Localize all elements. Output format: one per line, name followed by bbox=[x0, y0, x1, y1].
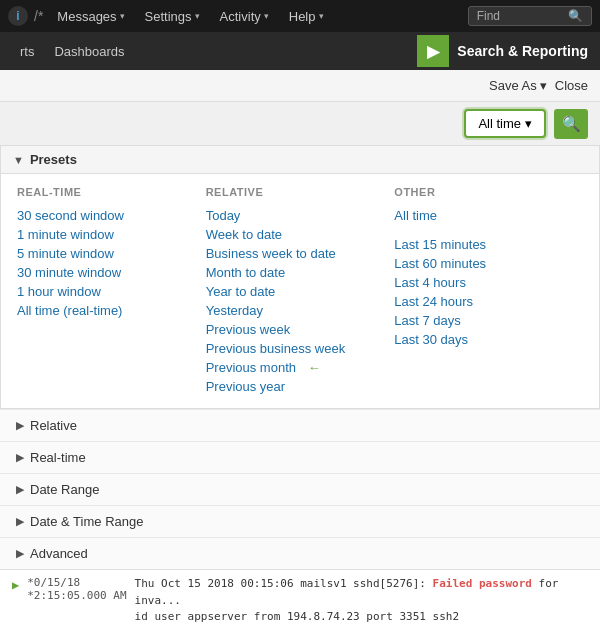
search-button[interactable]: 🔍 bbox=[554, 109, 588, 139]
preset-last-60[interactable]: Last 60 minutes bbox=[394, 254, 571, 273]
all-time-button[interactable]: All time ▾ bbox=[464, 109, 546, 138]
second-navbar: rts Dashboards ▶ Search & Reporting bbox=[0, 32, 600, 70]
presets-header[interactable]: ▼ Presets bbox=[1, 146, 599, 174]
find-box[interactable]: Find 🔍 bbox=[468, 6, 592, 26]
preset-last-15[interactable]: Last 15 minutes bbox=[394, 235, 571, 254]
help-arrow: ▾ bbox=[319, 11, 324, 21]
messages-arrow: ▾ bbox=[120, 11, 125, 21]
close-button[interactable]: Close bbox=[555, 78, 588, 93]
activity-menu[interactable]: Activity ▾ bbox=[212, 5, 277, 28]
find-label: Find bbox=[477, 9, 500, 23]
time-picker-bar: All time ▾ 🔍 bbox=[0, 102, 600, 146]
preset-1min[interactable]: 1 minute window bbox=[17, 225, 194, 244]
advanced-chevron-icon: ▶ bbox=[16, 547, 24, 560]
help-menu[interactable]: Help ▾ bbox=[281, 5, 332, 28]
other-header: OTHER bbox=[394, 186, 571, 198]
prev-month-arrow-icon: ← bbox=[308, 360, 321, 375]
preset-last-30d[interactable]: Last 30 days bbox=[394, 330, 571, 349]
relative-header: RELATIVE bbox=[206, 186, 383, 198]
settings-menu[interactable]: Settings ▾ bbox=[137, 5, 208, 28]
preset-5min[interactable]: 5 minute window bbox=[17, 244, 194, 263]
log-expand-icon[interactable]: ▶ bbox=[12, 578, 19, 592]
presets-content: REAL-TIME 30 second window 1 minute wind… bbox=[1, 174, 599, 408]
presets-chevron-icon: ▼ bbox=[13, 154, 24, 166]
section-relative[interactable]: ▶ Relative bbox=[0, 409, 600, 441]
preset-today[interactable]: Today bbox=[206, 206, 383, 225]
section-relative-label: Relative bbox=[30, 418, 77, 433]
messages-menu[interactable]: Messages ▾ bbox=[49, 5, 132, 28]
last-column: OTHER All time Last 15 minutes Last 60 m… bbox=[394, 186, 583, 396]
preset-prev-year[interactable]: Previous year bbox=[206, 377, 383, 396]
relative-column: RELATIVE Today Week to date Business wee… bbox=[206, 186, 395, 396]
daterange-chevron-icon: ▶ bbox=[16, 483, 24, 496]
slash-icon: /* bbox=[34, 8, 43, 24]
section-date-time-range[interactable]: ▶ Date & Time Range bbox=[0, 505, 600, 537]
preset-last-4h[interactable]: Last 4 hours bbox=[394, 273, 571, 292]
section-datetimerange-label: Date & Time Range bbox=[30, 514, 143, 529]
preset-year-to-date[interactable]: Year to date bbox=[206, 282, 383, 301]
log-message: Thu Oct 15 2018 00:15:06 mailsv1 sshd[52… bbox=[135, 576, 588, 626]
activity-arrow: ▾ bbox=[264, 11, 269, 21]
presets-panel: ▼ Presets REAL-TIME 30 second window 1 m… bbox=[0, 146, 600, 409]
preset-1hour[interactable]: 1 hour window bbox=[17, 282, 194, 301]
nav-link-rts[interactable]: rts bbox=[12, 40, 42, 63]
realtime-header: REAL-TIME bbox=[17, 186, 194, 198]
splunk-logo: ▶ bbox=[417, 35, 449, 67]
app-title: Search & Reporting bbox=[449, 43, 588, 59]
save-close-bar: Save As ▾ Close bbox=[0, 70, 600, 102]
preset-last-24h[interactable]: Last 24 hours bbox=[394, 292, 571, 311]
section-advanced[interactable]: ▶ Advanced bbox=[0, 537, 600, 569]
find-input[interactable] bbox=[504, 9, 564, 23]
realtime-column: REAL-TIME 30 second window 1 minute wind… bbox=[17, 186, 206, 396]
nav-link-dashboards[interactable]: Dashboards bbox=[46, 40, 132, 63]
section-realtime[interactable]: ▶ Real-time bbox=[0, 441, 600, 473]
preset-prev-week[interactable]: Previous week bbox=[206, 320, 383, 339]
datetimerange-chevron-icon: ▶ bbox=[16, 515, 24, 528]
log-failed-password: Failed password bbox=[433, 577, 532, 590]
save-as-arrow: ▾ bbox=[540, 78, 547, 93]
preset-alltime-rt[interactable]: All time (real-time) bbox=[17, 301, 194, 320]
log-entry-row: ▶ *0/15/18 *2:15:05.000 AM Thu Oct 15 20… bbox=[0, 569, 600, 632]
preset-30min[interactable]: 30 minute window bbox=[17, 263, 194, 282]
save-as-button[interactable]: Save As ▾ bbox=[489, 78, 547, 93]
preset-biz-week-to-date[interactable]: Business week to date bbox=[206, 244, 383, 263]
realtime-chevron-icon: ▶ bbox=[16, 451, 24, 464]
nav-links: rts Dashboards bbox=[12, 40, 133, 63]
presets-title: Presets bbox=[30, 152, 77, 167]
collapsible-sections: ▶ Relative ▶ Real-time ▶ Date Range ▶ Da… bbox=[0, 409, 600, 569]
section-daterange-label: Date Range bbox=[30, 482, 99, 497]
find-search-icon: 🔍 bbox=[568, 9, 583, 23]
preset-month-to-date[interactable]: Month to date bbox=[206, 263, 383, 282]
section-advanced-label: Advanced bbox=[30, 546, 88, 561]
preset-30sec[interactable]: 30 second window bbox=[17, 206, 194, 225]
all-time-arrow: ▾ bbox=[525, 116, 532, 131]
info-icon[interactable]: i bbox=[8, 6, 28, 26]
search-magnifier-icon: 🔍 bbox=[562, 115, 581, 133]
preset-week-to-date[interactable]: Week to date bbox=[206, 225, 383, 244]
section-realtime-label: Real-time bbox=[30, 450, 86, 465]
relative-chevron-icon: ▶ bbox=[16, 419, 24, 432]
section-date-range[interactable]: ▶ Date Range bbox=[0, 473, 600, 505]
preset-last-7d[interactable]: Last 7 days bbox=[394, 311, 571, 330]
settings-arrow: ▾ bbox=[195, 11, 200, 21]
preset-prev-biz-week[interactable]: Previous business week bbox=[206, 339, 383, 358]
preset-yesterday[interactable]: Yesterday bbox=[206, 301, 383, 320]
log-timestamp: *0/15/18 *2:15:05.000 AM bbox=[27, 576, 126, 602]
preset-prev-month[interactable]: Previous month ← bbox=[206, 358, 383, 377]
preset-alltime-other[interactable]: All time bbox=[394, 206, 571, 225]
top-navbar: i /* Messages ▾ Settings ▾ Activity ▾ He… bbox=[0, 0, 600, 32]
